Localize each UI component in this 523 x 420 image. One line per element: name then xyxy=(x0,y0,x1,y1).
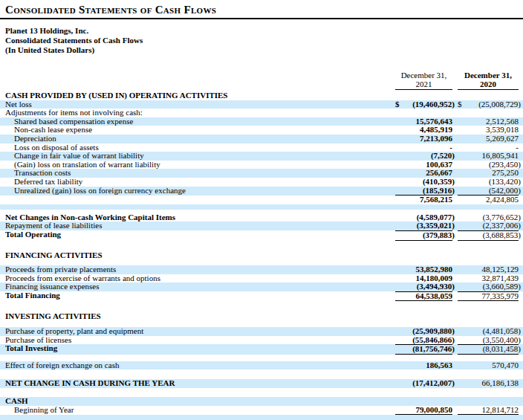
company-name: Planet 13 Holdings, Inc. xyxy=(5,26,523,36)
spacer-row xyxy=(0,388,523,397)
statement-row: Purchase of property, plant and equipmen… xyxy=(0,327,523,336)
statement-row: Purchase of licenses(55,846,866)(3,550,4… xyxy=(0,336,523,345)
value-2020: (2,337,006) xyxy=(458,222,519,230)
statement-row: Total Investing(81,756,746)(8,031,458) xyxy=(0,344,523,355)
row-label: Unrealized (gain) loss on foreign curren… xyxy=(5,187,395,196)
amount-2021: 7,568,215 xyxy=(420,196,452,204)
amount-2020: 570,470 xyxy=(492,361,519,370)
statement-table: CASH PROVIDED BY (USED IN) OPERATING ACT… xyxy=(0,91,523,420)
amount-2020: (4,481,058) xyxy=(483,327,521,336)
amount-2021: (55,846,866) xyxy=(412,336,455,345)
row-label: CASH PROVIDED BY (USED IN) OPERATING ACT… xyxy=(5,91,519,100)
column-header-2020-line1: December 31, xyxy=(458,71,519,80)
statement-row: Net loss$(19,460,952)$(25,008,729) xyxy=(0,100,523,109)
statement-row: Beginning of Year79,000,85012,814,712 xyxy=(0,406,523,416)
value-2020: 16,805,941 xyxy=(458,152,519,161)
row-label: Transaction costs xyxy=(5,169,395,178)
amount-2020: 12,814,712 xyxy=(482,406,519,415)
row-label: NET CHANGE IN CASH DURING THE YEAR xyxy=(5,379,395,388)
value-2020: 570,470 xyxy=(458,361,519,370)
row-label: Total Investing xyxy=(5,344,395,353)
statement-row: Effect of foreign exchange on cash186,56… xyxy=(0,361,523,370)
value-2021: (410,359) xyxy=(395,178,452,187)
row-label: Financing issuance expenses xyxy=(5,282,395,291)
value-2020: 66,186,138 xyxy=(458,379,519,388)
amount-2021: (25,909,880) xyxy=(412,327,455,336)
amount-2020: (542,000) xyxy=(489,187,521,196)
amount-2020: (3,660,589) xyxy=(483,282,521,291)
amount-2021: (17,412,007) xyxy=(412,379,455,388)
amount-2021: (3,359,021) xyxy=(417,222,455,230)
spacer-row xyxy=(0,301,523,312)
spacer-row xyxy=(0,241,523,251)
section-row: FINANCING ACTIVITIES xyxy=(0,251,523,260)
amount-2020: (133,420) xyxy=(489,178,521,187)
statement-row: Depreciation7,213,0965,269,627 xyxy=(0,135,523,143)
value-2021: (81,756,746) xyxy=(395,344,452,355)
row-label: Change in fair value of warrant liabilit… xyxy=(5,152,395,161)
value-2020: (4,481,058) xyxy=(458,327,519,336)
row-label: Net Changes in Non-cash Working Capital … xyxy=(5,213,395,222)
row-label: Net loss xyxy=(5,100,395,109)
spacer-row xyxy=(0,415,523,420)
amount-2021: (81,756,746) xyxy=(412,345,455,354)
row-label: INVESTING ACTIVITIES xyxy=(5,312,519,321)
value-2021: 53,852,980 xyxy=(395,265,452,274)
row-label: Proceeds from private placements xyxy=(5,265,395,274)
amount-2021: 186,563 xyxy=(426,361,452,370)
row-label: Purchase of property, plant and equipmen… xyxy=(5,327,395,336)
amount-2021: (19,460,952) xyxy=(412,100,455,109)
section-row: CASH PROVIDED BY (USED IN) OPERATING ACT… xyxy=(0,91,523,100)
value-2021: (3,359,021) xyxy=(395,222,452,230)
row-label: FINANCING ACTIVITIES xyxy=(5,251,519,260)
column-header-row: December 31, 2021 December 31, 2020 xyxy=(0,71,523,90)
section-row: CASH xyxy=(0,397,523,406)
statement-row: Change in fair value of warrant liabilit… xyxy=(0,152,523,161)
column-header-2021-line2: 2021 xyxy=(395,80,452,88)
statement-title: Consolidated Statements of Cash Flows xyxy=(5,36,523,45)
amount-2021: 53,852,980 xyxy=(416,265,453,274)
amount-2020: (25,008,729) xyxy=(478,100,521,109)
value-2021: 7,568,215 xyxy=(395,196,452,204)
page-title: Consolidated Statements of Cash Flows xyxy=(5,4,523,16)
value-2020: 5,269,627 xyxy=(458,135,519,143)
subtitle-block: Planet 13 Holdings, Inc. Consolidated St… xyxy=(0,26,523,55)
amount-2020: (3,688,853) xyxy=(483,231,521,240)
heading-rule: Consolidated Statements of Cash Flows xyxy=(0,0,523,19)
row-label: Deferred tax liability xyxy=(5,178,395,187)
value-2020: 2,424,805 xyxy=(458,196,519,204)
amount-2020: 2,424,805 xyxy=(486,196,519,204)
row-label: (Gain) loss on translation of warrant li… xyxy=(5,161,395,169)
statement-row: Total Operating(379,883)(3,688,853) xyxy=(0,230,523,241)
amount-2020: 5,269,627 xyxy=(486,135,519,143)
value-2020: (133,420) xyxy=(458,178,519,187)
value-2021: 64,538,059 xyxy=(395,291,452,302)
amount-2020: 77,335,979 xyxy=(482,292,519,301)
value-2020: (3,660,589) xyxy=(458,282,519,291)
value-2020: (3,688,853) xyxy=(458,230,519,241)
amount-2021: (410,359) xyxy=(423,178,455,187)
currency-note: (In United States Dollars) xyxy=(5,45,523,55)
row-label: CASH xyxy=(5,397,519,406)
statement-row: Proceeds from private placements53,852,9… xyxy=(0,265,523,274)
statement-row: NET CHANGE IN CASH DURING THE YEAR(17,41… xyxy=(0,379,523,388)
value-2020: (3,550,400) xyxy=(458,336,519,345)
amount-2021: (7,520) xyxy=(431,152,455,161)
section-row: INVESTING ACTIVITIES xyxy=(0,312,523,321)
value-2021: (55,846,866) xyxy=(395,336,452,345)
row-label: Total Operating xyxy=(5,230,395,239)
value-2020: 48,125,129 xyxy=(458,265,519,274)
value-2021: (17,412,007) xyxy=(395,379,452,388)
amount-2021: 7,213,096 xyxy=(420,135,452,143)
row-label: Repayment of lease liabilities xyxy=(5,222,395,230)
value-2020: $(25,008,729) xyxy=(458,100,519,109)
value-2021: 79,000,850 xyxy=(395,406,452,416)
amount-2021: (379,883) xyxy=(423,231,455,240)
page: Consolidated Statements of Cash Flows Pl… xyxy=(0,0,523,420)
value-2021: (25,909,880) xyxy=(395,327,452,336)
row-label: Total Financing xyxy=(5,291,395,300)
value-2021: (7,520) xyxy=(395,152,452,161)
amount-2021: 64,538,059 xyxy=(416,292,453,301)
statement-row: Total Financing64,538,05977,335,979 xyxy=(0,291,523,302)
row-label: Beginning of Year xyxy=(5,406,395,415)
